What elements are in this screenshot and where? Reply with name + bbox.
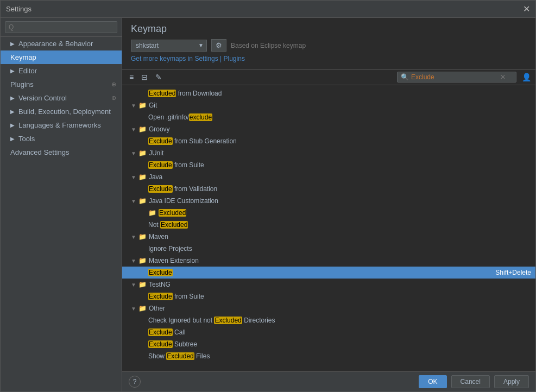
tree-item-label: Exclude from Suite xyxy=(148,293,531,300)
sidebar-item-build[interactable]: ▶ Build, Execution, Deployment xyxy=(1,105,122,118)
folder-icon: 📁 xyxy=(138,281,147,288)
tree-item-label: Exclude xyxy=(148,269,495,276)
folder-icon: 📁 xyxy=(138,305,147,312)
folder-icon: 📁 xyxy=(138,149,147,157)
sidebar-item-tools[interactable]: ▶ Tools xyxy=(1,132,122,146)
tree-row[interactable]: ▼ 📁 Maven Extension xyxy=(122,255,535,267)
sidebar-item-label: Tools xyxy=(18,135,35,143)
get-more-link[interactable]: Get more keymaps in Settings | Plugins xyxy=(131,54,245,66)
keymap-select[interactable]: shkstart xyxy=(131,40,207,52)
tree-row[interactable]: ▼ 📁 Java xyxy=(122,171,535,183)
help-button[interactable]: ? xyxy=(129,376,141,388)
tree-area: Excluded from Download ▼ 📁 Git Open .git… xyxy=(122,85,535,371)
arrow-icon: ▼ xyxy=(131,198,136,204)
arrow-icon: ▼ xyxy=(131,258,136,264)
tree-item-label: Exclude from Stub Generation xyxy=(148,137,531,145)
tree-row[interactable]: Exclude from Suite xyxy=(122,159,535,171)
sidebar: ▶ Appearance & Behavior Keymap ▶ Editor … xyxy=(1,18,122,391)
sidebar-search-input[interactable] xyxy=(5,21,117,33)
arrow-icon: ▶ xyxy=(10,68,15,74)
close-button[interactable]: ✕ xyxy=(523,4,530,14)
find-person-icon[interactable]: 👤 xyxy=(522,73,531,81)
tree-row[interactable]: Excluded from Download xyxy=(122,87,535,99)
tree-item-label: Open .git/info/exclude xyxy=(148,113,531,121)
sidebar-item-plugins[interactable]: Plugins ⊕ xyxy=(1,78,122,91)
tree-row[interactable]: ▼ 📁 Git xyxy=(122,99,535,111)
tree-row[interactable]: Exclude from Validation xyxy=(122,183,535,195)
sidebar-item-advanced[interactable]: Advanced Settings xyxy=(1,146,122,159)
tree-item-label: Exclude Subtree xyxy=(148,340,531,348)
tree-item-label: TestNG xyxy=(149,281,531,288)
tree-row[interactable]: Exclude from Stub Generation xyxy=(122,135,535,147)
tree-item-label: Check Ignored but not Excluded Directori… xyxy=(148,317,531,324)
folder-icon: 📁 xyxy=(148,209,156,217)
tree-row[interactable]: Show Excluded Files xyxy=(122,350,535,362)
tree-row[interactable]: Exclude Call xyxy=(122,326,535,338)
arrow-icon: ▶ xyxy=(10,109,15,115)
collapse-all-button[interactable]: ⊟ xyxy=(138,72,150,83)
bottom-bar-right: OK Cancel Apply xyxy=(419,375,529,388)
tree-row[interactable]: ▼ 📁 Other xyxy=(122,302,535,314)
folder-icon: 📁 xyxy=(138,257,147,264)
sidebar-item-label: Advanced Settings xyxy=(10,148,69,156)
window-title: Settings xyxy=(6,5,31,13)
tree-row[interactable]: Exclude Subtree xyxy=(122,338,535,350)
gear-button[interactable]: ⚙ xyxy=(211,39,226,52)
title-bar: Settings ✕ xyxy=(1,1,535,18)
sidebar-item-editor[interactable]: ▶ Editor xyxy=(1,64,122,78)
tree-row[interactable]: Check Ignored but not Excluded Directori… xyxy=(122,314,535,326)
tree-item-label: Exclude from Validation xyxy=(148,185,531,193)
main-content: ▶ Appearance & Behavior Keymap ▶ Editor … xyxy=(1,18,535,391)
tree-item-label: JUnit xyxy=(149,149,531,157)
edit-button[interactable]: ✎ xyxy=(153,72,165,83)
arrow-icon: ▼ xyxy=(131,127,136,132)
tree-row[interactable]: Ignore Projects xyxy=(122,243,535,255)
cancel-button[interactable]: Cancel xyxy=(451,375,490,388)
sidebar-item-keymap[interactable]: Keymap xyxy=(1,50,122,64)
plugin-icon: ⊕ xyxy=(111,81,116,88)
tree-row[interactable]: Open .git/info/exclude xyxy=(122,111,535,123)
tree-item-label: Exclude from Suite xyxy=(148,161,531,169)
tree-row[interactable]: Exclude from Suite xyxy=(122,290,535,302)
arrow-icon: ▼ xyxy=(131,150,136,156)
keymap-row: shkstart ▼ ⚙ Based on Eclipse keymap xyxy=(131,39,527,52)
arrow-icon: ▼ xyxy=(131,174,136,180)
tree-row[interactable]: ▼ 📁 Java IDE Customization xyxy=(122,195,535,207)
tree-row[interactable]: 📁 Excluded xyxy=(122,207,535,219)
sidebar-search-box xyxy=(1,18,122,37)
folder-icon: 📁 xyxy=(138,125,147,133)
search-wrap: 🔍 ✕ xyxy=(397,72,516,83)
tree-row[interactable]: ▼ 📁 Maven xyxy=(122,231,535,243)
expand-all-button[interactable]: ≡ xyxy=(127,72,136,83)
sidebar-item-appearance[interactable]: ▶ Appearance & Behavior xyxy=(1,37,122,50)
ok-button[interactable]: OK xyxy=(419,375,446,388)
bottom-bar: ? OK Cancel Apply xyxy=(122,371,535,391)
tree-item-label: Excluded from Download xyxy=(148,90,531,97)
tree-item-label: Other xyxy=(149,305,531,312)
tree-row[interactable]: ▼ 📁 TestNG xyxy=(122,279,535,290)
tree-item-label: Git xyxy=(149,102,531,109)
arrow-icon: ▼ xyxy=(131,306,136,312)
sidebar-item-label: Editor xyxy=(18,67,37,75)
sidebar-item-label: Languages & Frameworks xyxy=(18,121,101,129)
sidebar-item-vcs[interactable]: ▶ Version Control ⊕ xyxy=(1,91,122,105)
tree-row[interactable]: ▼ 📁 JUnit xyxy=(122,147,535,159)
keymap-select-wrap: shkstart ▼ xyxy=(131,40,207,52)
apply-button[interactable]: Apply xyxy=(494,375,529,388)
arrow-icon: ▶ xyxy=(10,122,15,128)
keymap-search-input[interactable] xyxy=(411,73,498,81)
arrow-icon: ▶ xyxy=(10,41,15,47)
tree-row[interactable]: ▼ 📁 Groovy xyxy=(122,123,535,135)
sidebar-item-label: Keymap xyxy=(10,53,36,61)
shortcut-label: Shift+Delete xyxy=(495,269,531,276)
tree-item-label: Ignore Projects xyxy=(148,245,531,252)
based-on-text: Based on Eclipse keymap xyxy=(231,42,306,49)
arrow-icon: ▼ xyxy=(131,282,136,288)
tree-item-label: Maven xyxy=(149,233,531,241)
clear-search-button[interactable]: ✕ xyxy=(500,73,506,81)
sidebar-item-languages[interactable]: ▶ Languages & Frameworks xyxy=(1,118,122,132)
tree-row[interactable]: Exclude Shift+Delete xyxy=(122,267,535,279)
tree-item-label: Not Excluded xyxy=(148,221,531,229)
tree-row[interactable]: Not Excluded xyxy=(122,219,535,231)
panel-header: Keymap shkstart ▼ ⚙ Based on Eclipse key… xyxy=(122,18,535,69)
